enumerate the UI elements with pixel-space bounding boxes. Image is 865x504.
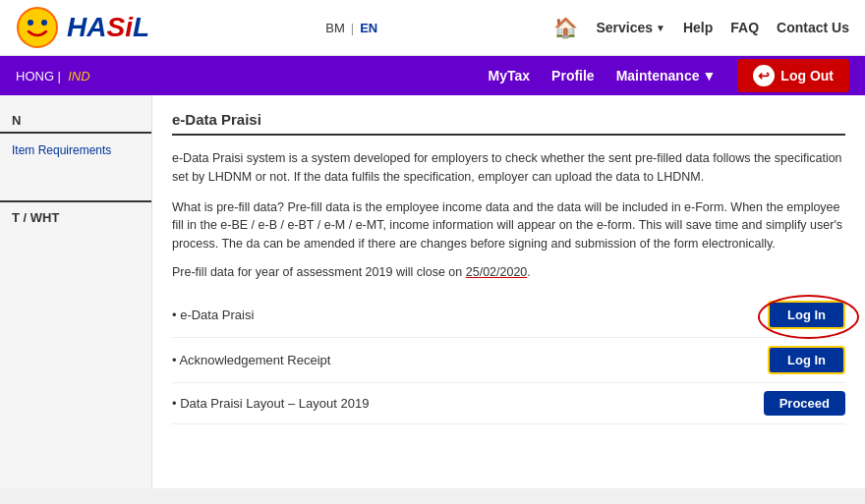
- proceed-button-layout[interactable]: Proceed: [764, 391, 845, 416]
- sidebar: N Item Requirements T / WHT: [0, 95, 152, 488]
- purple-nav-bar: HONG | IND MyTax Profile Maintenance ▼ ↩…: [0, 56, 865, 95]
- sidebar-bottom-title: T / WHT: [12, 210, 140, 225]
- profile-link[interactable]: Profile: [551, 68, 595, 84]
- svg-point-1: [28, 20, 33, 26]
- item-row: e-Data Praisi Log In: [172, 293, 845, 338]
- maintenance-menu[interactable]: Maintenance ▼: [616, 68, 717, 84]
- lang-bm-link[interactable]: BM: [325, 21, 345, 35]
- content-para-2: What is pre-fill data? Pre-fill data is …: [172, 198, 845, 253]
- logout-icon: ↩: [753, 65, 775, 86]
- svg-point-2: [41, 20, 47, 26]
- sidebar-item-requirements[interactable]: Item Requirements: [0, 140, 151, 161]
- sidebar-section-title: N: [0, 105, 151, 134]
- hasil-logo-icon: [16, 6, 59, 49]
- content-title: e-Data Praisi: [172, 111, 845, 136]
- maintenance-label: Maintenance: [616, 68, 700, 84]
- hasil-text-logo: HASiL: [67, 12, 149, 43]
- close-date-value: 25/02/2020: [466, 265, 528, 279]
- purple-nav-links: MyTax Profile Maintenance ▼ ↩ Log Out: [489, 59, 849, 92]
- main-layout: N Item Requirements T / WHT e-Data Prais…: [0, 95, 865, 488]
- login-button-acknowledgement[interactable]: Log In: [768, 346, 845, 374]
- login-button-edata[interactable]: Log In: [768, 301, 845, 329]
- user-prefix: HONG |: [16, 69, 61, 84]
- contact-link[interactable]: Contact Us: [777, 20, 849, 35]
- sidebar-bottom-section: T / WHT: [0, 200, 151, 233]
- user-type: IND: [68, 69, 89, 84]
- logout-button[interactable]: ↩ Log Out: [737, 59, 849, 92]
- services-menu[interactable]: Services ▼: [596, 20, 665, 35]
- items-list: e-Data Praisi Log In Acknowledgement Rec…: [172, 293, 845, 424]
- login-btn-1-wrapper: Log In: [768, 301, 845, 329]
- item-label-3: Data Praisi Layout – Layout 2019: [172, 396, 369, 411]
- faq-link[interactable]: FAQ: [730, 20, 759, 35]
- logo-area: HASiL: [16, 6, 149, 49]
- item-row: Data Praisi Layout – Layout 2019 Proceed: [172, 383, 845, 424]
- lang-divider: |: [351, 21, 354, 35]
- lang-en-link[interactable]: EN: [360, 21, 377, 35]
- content-area: e-Data Praisi e-Data Praisi system is a …: [152, 95, 865, 488]
- maintenance-caret-icon: ▼: [702, 68, 716, 84]
- services-label: Services: [596, 20, 653, 35]
- home-icon[interactable]: 🏠: [553, 16, 578, 39]
- language-selector[interactable]: BM | EN: [325, 21, 377, 35]
- close-date-text: Pre-fill data for year of assessment 201…: [172, 265, 845, 279]
- top-header: HASiL BM | EN 🏠 Services ▼ Help FAQ Cont…: [0, 0, 865, 56]
- user-info: HONG | IND: [16, 69, 90, 84]
- help-link[interactable]: Help: [683, 20, 713, 35]
- top-nav-right: 🏠 Services ▼ Help FAQ Contact Us: [553, 16, 849, 39]
- services-caret-icon: ▼: [656, 23, 665, 33]
- item-label-2: Acknowledgement Receipt: [172, 353, 330, 367]
- logout-label: Log Out: [780, 68, 834, 84]
- mytax-link[interactable]: MyTax: [489, 68, 531, 84]
- content-para-1: e-Data Praisi system is a system develop…: [172, 149, 845, 187]
- item-label-1: e-Data Praisi: [172, 308, 254, 322]
- item-row: Acknowledgement Receipt Log In: [172, 338, 845, 383]
- svg-point-0: [18, 8, 57, 47]
